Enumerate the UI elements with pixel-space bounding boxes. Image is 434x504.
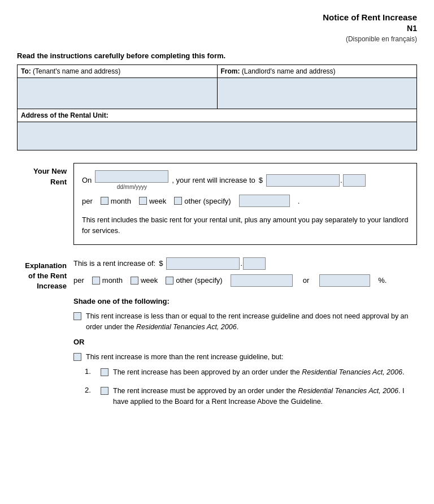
increase-of-row: This is a rent increase of: $ .	[73, 257, 417, 270]
rent-note: This rent includes the basic rent for yo…	[82, 215, 409, 236]
percent-sign: %.	[378, 276, 387, 285]
month-checkbox[interactable]	[101, 197, 108, 205]
sub-option2-checkbox[interactable]	[101, 387, 108, 395]
sub-option1-checkbox[interactable]	[101, 368, 108, 376]
to-label: To:	[21, 67, 31, 75]
per-row-1: per month week other (specify) .	[82, 195, 409, 207]
decimal-dot-1: .	[340, 176, 342, 184]
exp-other-label: other (specify)	[176, 276, 222, 285]
sub-option2-row: 2. The rent increase must be approved by…	[85, 386, 417, 407]
dollar-sign-2: $	[159, 259, 163, 268]
new-rent-label: Your NewRent	[17, 163, 73, 187]
other-label: other (specify)	[184, 197, 231, 205]
sub-option1-italic: Residential Tenancies Act, 2006	[302, 368, 402, 376]
option1-text: This rent increase is less than or equal…	[86, 311, 417, 333]
increase-cents-input[interactable]	[243, 257, 266, 270]
other-checkbox[interactable]	[174, 197, 182, 205]
increase-amount-input[interactable]	[166, 257, 240, 270]
form-code: N1	[17, 23, 417, 35]
exp-week-label: week	[141, 276, 158, 285]
option1-end: .	[237, 323, 238, 331]
option2-row: This rent increase is more than the rent…	[73, 352, 417, 363]
shade-block: Shade one of the following: This rent in…	[73, 297, 417, 407]
increase-text: , your rent will increase to	[172, 176, 255, 184]
increase-of-label: This is a rent increase of:	[73, 259, 155, 268]
option2-text: This rent increase is more than the rent…	[86, 352, 417, 363]
option1-text-part1: This rent increase is less than or equal…	[86, 312, 409, 331]
exp-other-checkbox[interactable]	[166, 277, 173, 285]
option1-checkbox[interactable]	[73, 312, 81, 320]
or-label-inline: or	[303, 276, 310, 285]
rent-increase-date-input[interactable]	[95, 170, 168, 183]
sub-option2-text-part1: The rent increase must be approved by an…	[113, 387, 298, 395]
to-desc: (Tenant's name and address)	[33, 67, 120, 75]
explanation-section: Explanationof the RentIncrease This is a…	[17, 257, 417, 415]
exp-week-option[interactable]: week	[131, 276, 158, 285]
week-label: week	[149, 197, 166, 205]
exp-other-option[interactable]: other (specify)	[166, 276, 222, 285]
month-label: month	[111, 197, 131, 205]
address-table: To: (Tenant's name and address) From: (L…	[17, 64, 417, 150]
sub-option2-italic: Residential Tenancies Act, 2006	[298, 387, 398, 395]
date-row: On dd/mm/yyyy , your rent will increase …	[82, 170, 409, 190]
header: Notice of Rent Increase N1 (Disponible e…	[17, 11, 417, 44]
date-format-label: dd/mm/yyyy	[95, 184, 168, 190]
sub-option1-row: 1. The rent increase has been approved b…	[85, 367, 417, 378]
landlord-address-field[interactable]	[217, 78, 417, 109]
per-row-2: per month week other (specify) or %.	[73, 274, 417, 287]
month-option[interactable]: month	[101, 197, 131, 205]
sub-options: 1. The rent increase has been approved b…	[85, 367, 417, 407]
sub-option1-num: 1.	[85, 367, 96, 376]
option1-italic: Residential Tenancies Act, 2006	[136, 323, 237, 331]
sub-option2-text: The rent increase must be approved by an…	[113, 386, 417, 407]
date-wrapper: dd/mm/yyyy	[95, 170, 168, 190]
shade-label: Shade one of the following:	[73, 297, 417, 305]
exp-month-checkbox[interactable]	[92, 277, 100, 285]
sub-option1-text: The rent increase has been approved by a…	[113, 367, 417, 378]
sub-option2-num: 2.	[85, 386, 96, 394]
new-rent-section: Your NewRent On dd/mm/yyyy , your rent w…	[17, 163, 417, 245]
new-rent-cents-input[interactable]	[343, 174, 366, 187]
exp-amount-wrapper: .	[166, 257, 266, 270]
explanation-label: Explanationof the RentIncrease	[17, 257, 73, 292]
french-label: (Disponible en français)	[17, 35, 417, 44]
new-rent-content: On dd/mm/yyyy , your rent will increase …	[73, 163, 417, 245]
option2-checkbox[interactable]	[73, 353, 81, 361]
form-title: Notice of Rent Increase	[17, 11, 417, 23]
new-rent-amount-input[interactable]	[266, 174, 340, 187]
week-option[interactable]: week	[139, 197, 166, 205]
per-label-1: per	[82, 197, 93, 205]
exp-month-label: month	[102, 276, 123, 285]
new-amount-wrapper: .	[266, 174, 366, 187]
other-specify-input-1[interactable]	[239, 195, 290, 207]
week-checkbox[interactable]	[139, 197, 147, 205]
explanation-content: This is a rent increase of: $ . per mont…	[73, 257, 417, 415]
on-label: On	[82, 176, 92, 184]
percent-input[interactable]	[319, 274, 370, 287]
tenant-address-field[interactable]	[18, 78, 218, 109]
other-option[interactable]: other (specify)	[174, 197, 231, 205]
dollar-sign-1: $	[259, 176, 263, 184]
specify-dot: .	[298, 197, 300, 205]
sub-option1-text-part1: The rent increase has been approved by a…	[113, 368, 302, 376]
sub-option1-end: .	[402, 368, 404, 376]
from-label: From:	[221, 67, 240, 75]
exp-week-checkbox[interactable]	[131, 277, 138, 285]
rental-unit-field[interactable]	[18, 122, 417, 150]
exp-month-option[interactable]: month	[92, 276, 123, 285]
from-desc: (Landlord's name and address)	[242, 67, 336, 75]
option1-row: This rent increase is less than or equal…	[73, 311, 417, 333]
instructions-text: Read the instructions carefully before c…	[17, 51, 417, 60]
rental-unit-label: Address of the Rental Unit:	[18, 109, 417, 122]
per-label-2: per	[73, 276, 84, 285]
exp-specify-input[interactable]	[231, 274, 293, 287]
or-divider: OR	[73, 338, 417, 346]
decimal-dot-2: .	[240, 259, 242, 268]
